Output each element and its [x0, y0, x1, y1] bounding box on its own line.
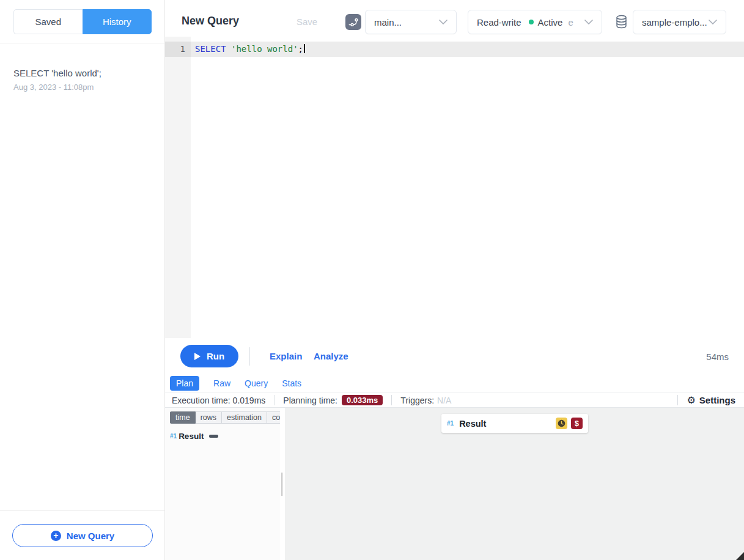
analyze-button[interactable]: Analyze [314, 351, 348, 361]
node-name: Result [179, 432, 204, 441]
editor-gutter [165, 37, 191, 338]
text-cursor [304, 44, 305, 53]
plan-stats-bar: Execution time: 0.019ms Planning time: 0… [165, 392, 744, 408]
splitter-grip-icon [281, 473, 283, 496]
triggers: Triggers: N/A [391, 395, 460, 405]
plan-node-card[interactable]: #1 Result $ [441, 414, 588, 433]
gear-icon: ⚙ [687, 396, 695, 405]
plan-visualization: time rows estimation cost #1 Result #1 R… [165, 408, 744, 560]
panel-splitter[interactable] [280, 408, 285, 560]
branch-icon [348, 17, 359, 28]
run-button[interactable]: Run [180, 345, 238, 367]
sql-editor[interactable]: 1 SELECT 'hello world'; [165, 37, 744, 338]
chevron-down-icon [709, 20, 717, 24]
tab-history[interactable]: History [83, 9, 152, 34]
line-number: 1 [165, 42, 191, 57]
branch-select[interactable]: main... [365, 10, 457, 34]
planning-time-badge: 0.033ms [342, 395, 383, 405]
planning-time-label: Planning time: [283, 396, 337, 405]
history-item-timestamp: Aug 3, 2023 - 11:08pm [13, 83, 151, 92]
plan-tree-row[interactable]: #1 Result [170, 432, 280, 441]
sidebar: Saved History SELECT 'hello world'; Aug … [0, 0, 165, 560]
planning-time: Planning time: 0.033ms [274, 395, 391, 405]
duration-badge [556, 418, 567, 429]
cost-badge: $ [571, 418, 583, 429]
execution-time: Execution time: 0.019ms [172, 395, 274, 405]
sql-keyword: SELECT [195, 44, 231, 54]
time-bar [209, 435, 218, 438]
save-button[interactable]: Save [296, 17, 317, 27]
plan-diagram-panel[interactable]: #1 Result $ [285, 408, 744, 560]
node-name: Result [459, 419, 486, 429]
play-icon [194, 353, 201, 360]
compute-select[interactable]: Read-write Active e [468, 10, 602, 34]
clock-icon [558, 419, 565, 427]
sql-string: 'hello world' [231, 44, 298, 54]
tab-stats[interactable]: Stats [282, 378, 301, 388]
tab-plan[interactable]: Plan [170, 376, 199, 391]
editor-line[interactable]: 1 SELECT 'hello world'; [165, 42, 744, 57]
metric-tab-bar: time rows estimation cost [170, 411, 280, 424]
metric-tab-rows[interactable]: rows [196, 411, 222, 424]
database-icon [615, 15, 628, 29]
history-item-query: SELECT 'hello world'; [13, 68, 151, 78]
main-panel: New Query Save main... Read-write Active [165, 0, 744, 560]
tab-raw[interactable]: Raw [213, 378, 230, 388]
branch-select-value: main... [374, 17, 402, 28]
node-id: #1 [170, 433, 177, 440]
compute-mode-label: Read-write [477, 17, 521, 28]
toolbar-divider [249, 347, 250, 366]
triggers-value: N/A [437, 396, 451, 405]
metric-tab-cost[interactable]: cost [267, 411, 280, 424]
query-topbar: New Query Save main... Read-write Active [165, 0, 744, 37]
new-query-button[interactable]: + New Query [12, 524, 153, 547]
code-line[interactable]: SELECT 'hello world'; [191, 42, 744, 57]
sql-punctuation: ; [298, 44, 303, 54]
triggers-label: Triggers: [400, 396, 434, 405]
sidebar-footer: + New Query [0, 510, 164, 560]
database-select-value: sample-emplo... [642, 17, 707, 28]
history-list: SELECT 'hello world'; Aug 3, 2023 - 11:0… [0, 43, 164, 510]
new-query-button-label: New Query [67, 531, 114, 541]
node-id: #1 [447, 420, 454, 427]
chevron-down-icon [584, 20, 593, 24]
history-item[interactable]: SELECT 'hello world'; Aug 3, 2023 - 11:0… [0, 68, 164, 92]
metric-tab-estimation[interactable]: estimation [222, 411, 267, 424]
query-duration: 54ms [706, 352, 729, 362]
sidebar-tab-group: Saved History [13, 9, 152, 34]
node-badges: $ [556, 418, 583, 429]
tab-saved[interactable]: Saved [13, 9, 83, 34]
explain-button[interactable]: Explain [270, 351, 302, 361]
page-title: New Query [182, 15, 239, 28]
settings-label: Settings [699, 395, 735, 405]
plus-circle-icon: + [51, 531, 61, 541]
dollar-icon: $ [575, 419, 579, 428]
resize-corner-icon[interactable] [736, 552, 744, 560]
branch-button[interactable] [345, 14, 361, 30]
database-select[interactable]: sample-emplo... [633, 10, 726, 34]
execution-time-label: Execution time: 0.019ms [172, 396, 265, 405]
chevron-down-icon [439, 20, 448, 24]
run-button-label: Run [207, 351, 224, 361]
result-tab-bar: Plan Raw Query Stats [165, 374, 744, 392]
status-dot-icon [529, 20, 534, 24]
plan-tree-panel: time rows estimation cost #1 Result [165, 408, 280, 560]
compute-status-label: Active [538, 17, 563, 28]
run-toolbar: Run Explain Analyze 54ms [165, 338, 744, 374]
tab-query[interactable]: Query [245, 378, 268, 388]
metric-tab-time[interactable]: time [170, 411, 196, 424]
settings-button[interactable]: ⚙ Settings [677, 395, 744, 405]
compute-suffix-label: e [568, 17, 573, 28]
